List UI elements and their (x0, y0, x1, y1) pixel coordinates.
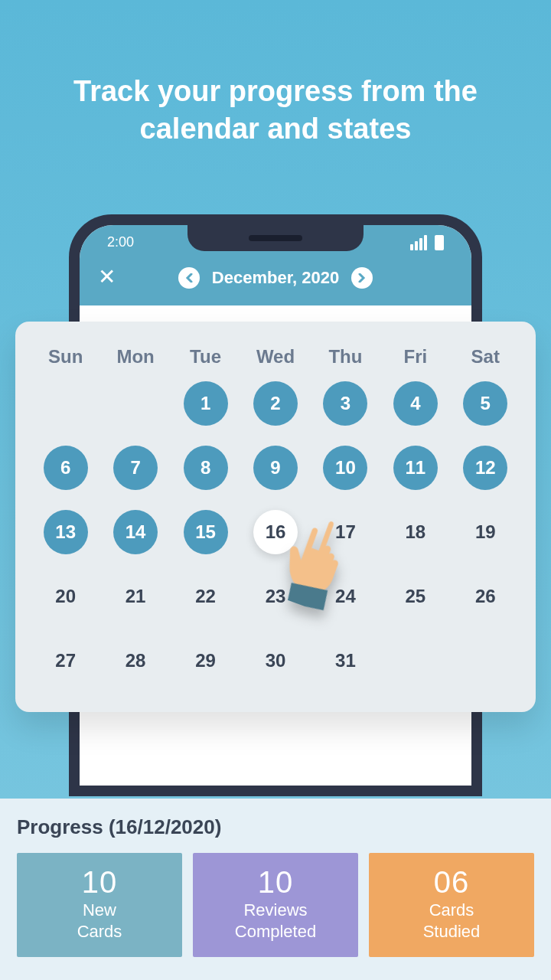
calendar-day[interactable]: 29 (184, 639, 228, 683)
calendar-day[interactable]: 4 (393, 381, 438, 426)
progress-title: Progress (16/12/2020) (17, 815, 534, 839)
weekday-label: Wed (240, 346, 310, 368)
stat-cards-studied[interactable]: 06 CardsStudied (369, 853, 534, 957)
calendar-day[interactable]: 10 (323, 446, 367, 490)
stat-value: 10 (199, 865, 352, 900)
calendar-day[interactable]: 14 (113, 510, 158, 554)
calendar-day[interactable]: 8 (184, 446, 228, 490)
calendar-week-row: 2728293031 (31, 639, 520, 683)
chevron-left-icon (185, 273, 193, 283)
calendar-day[interactable]: 26 (463, 574, 507, 619)
calendar-day[interactable]: 25 (393, 574, 438, 619)
calendar-day[interactable]: 3 (323, 381, 367, 426)
calendar-day[interactable]: 27 (44, 639, 88, 683)
weekday-label: Sat (451, 346, 520, 368)
stat-value: 10 (23, 865, 176, 900)
prev-month-button[interactable] (178, 267, 200, 289)
calendar-day[interactable]: 12 (463, 446, 507, 490)
weekday-label: Fri (380, 346, 450, 368)
calendar-day[interactable]: 1 (184, 381, 228, 426)
phone-notch (187, 225, 364, 251)
calendar-day[interactable]: 19 (463, 510, 507, 554)
calendar-week-row: 6789101112 (31, 446, 520, 490)
weekday-label: Sun (31, 346, 100, 368)
headline: Track your progress from the calendar an… (0, 0, 551, 149)
calendar-day[interactable]: 21 (113, 574, 158, 619)
calendar-day[interactable]: 13 (44, 510, 88, 554)
stat-label: NewCards (23, 900, 176, 942)
stat-value: 06 (375, 865, 528, 900)
calendar-day[interactable]: 11 (393, 446, 438, 490)
calendar-card: SunMonTueWedThuFriSat 123456789101112131… (15, 322, 536, 712)
calendar-day[interactable]: 5 (463, 381, 507, 426)
calendar-week-row: 12345 (31, 381, 520, 426)
calendar-day[interactable]: 6 (44, 446, 88, 490)
stat-label: ReviewsCompleted (199, 900, 352, 942)
calendar-day[interactable]: 2 (253, 381, 298, 426)
calendar-day-empty (393, 639, 438, 683)
status-icons (410, 235, 444, 250)
calendar-day[interactable]: 7 (113, 446, 158, 490)
calendar-day-empty (463, 639, 507, 683)
month-label: December, 2020 (212, 268, 339, 288)
calendar-day[interactable]: 20 (44, 574, 88, 619)
stat-label: CardsStudied (375, 900, 528, 942)
calendar-day[interactable]: 28 (113, 639, 158, 683)
progress-panel: Progress (16/12/2020) 10 NewCards 10 Rev… (0, 799, 551, 980)
calendar-day[interactable]: 9 (253, 446, 298, 490)
calendar-week-row: 13141516171819 (31, 510, 520, 554)
chevron-right-icon (358, 273, 366, 283)
close-icon[interactable]: ✕ (98, 264, 116, 289)
stat-reviews-completed[interactable]: 10 ReviewsCompleted (193, 853, 358, 957)
calendar-day[interactable]: 18 (393, 510, 438, 554)
calendar-day-empty (44, 381, 88, 426)
status-time: 2:00 (107, 234, 134, 250)
calendar-day[interactable]: 22 (184, 574, 228, 619)
calendar-day[interactable]: 31 (323, 639, 367, 683)
calendar-day-empty (113, 381, 158, 426)
weekday-label: Tue (171, 346, 240, 368)
battery-icon (435, 235, 444, 250)
signal-icon (410, 235, 427, 250)
weekday-header-row: SunMonTueWedThuFriSat (31, 346, 520, 368)
next-month-button[interactable] (351, 267, 373, 289)
weekday-label: Thu (311, 346, 380, 368)
stat-new-cards[interactable]: 10 NewCards (17, 853, 182, 957)
calendar-day[interactable]: 15 (184, 510, 228, 554)
calendar-day[interactable]: 30 (253, 639, 298, 683)
weekday-label: Mon (100, 346, 170, 368)
